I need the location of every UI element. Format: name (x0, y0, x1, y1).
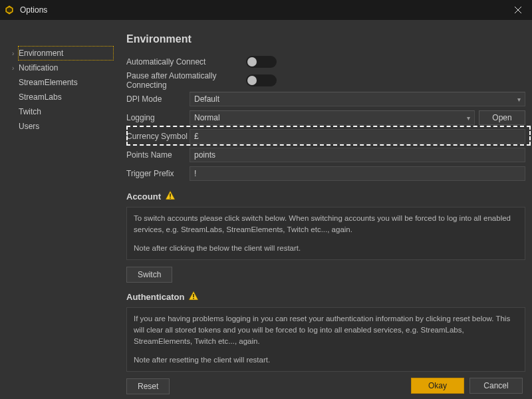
auto-connect-toggle[interactable] (246, 56, 277, 68)
currency-symbol-value: £ (194, 132, 199, 141)
app-icon (4, 5, 15, 15)
authentication-header: Authenticaton (126, 291, 532, 303)
authentication-info: If you are having problems logging in yo… (126, 307, 525, 372)
sidebar-item-streamlabs[interactable]: › StreamLabs (19, 90, 113, 104)
trigger-prefix-value: ! (194, 169, 196, 178)
close-icon (515, 7, 521, 13)
sidebar-item-twitch[interactable]: › Twitch (19, 105, 113, 118)
dpi-mode-label: DPI Mode (126, 94, 190, 104)
trigger-prefix-input[interactable]: ! (190, 166, 525, 181)
account-header: Account (126, 190, 532, 203)
sidebar-item-label: StreamElements (19, 78, 78, 87)
reset-authentication-button[interactable]: Reset (126, 378, 170, 394)
authentication-info-text1: If you are having problems logging in yo… (134, 313, 518, 348)
chevron-right-icon: › (12, 65, 19, 72)
auto-connect-label: Automatically Connect (126, 57, 246, 66)
sidebar-item-streamelements[interactable]: › StreamElements (19, 76, 113, 89)
sidebar-item-label: Environment (19, 49, 63, 58)
currency-symbol-input[interactable]: £ (190, 129, 525, 144)
trigger-prefix-label: Trigger Prefix (126, 169, 190, 178)
sidebar-item-label: Twitch (19, 107, 41, 116)
account-info: To switch accounts please click switch b… (126, 207, 525, 260)
svg-rect-9 (194, 298, 195, 299)
pause-after-toggle[interactable] (246, 74, 277, 86)
sidebar-item-label: StreamLabs (19, 92, 62, 102)
account-info-text1: To switch accounts please click switch b… (134, 213, 518, 236)
window-titlebar: Options (0, 0, 532, 20)
logging-select[interactable]: Normal ▾ (190, 110, 475, 125)
sidebar-item-users[interactable]: › Users (19, 120, 113, 133)
chevron-down-icon: ▾ (467, 114, 470, 122)
dpi-mode-value: Default (194, 94, 219, 104)
svg-rect-6 (170, 198, 171, 199)
pause-after-label: Pause after Automatically Connecting (126, 71, 246, 90)
sidebar-item-label: Notification (19, 63, 58, 72)
svg-rect-8 (194, 294, 195, 297)
account-info-text2: Note after clicking the below the client… (134, 243, 518, 254)
currency-symbol-label: Currency Symbol (126, 132, 190, 141)
sidebar-item-notification[interactable]: › Notification (19, 61, 113, 74)
page-title: Environment (126, 33, 532, 45)
sidebar-item-label: Users (19, 122, 39, 131)
chevron-down-icon: ▾ (517, 96, 521, 103)
svg-rect-5 (170, 194, 171, 197)
window-close-button[interactable] (508, 0, 528, 20)
warning-icon (188, 291, 199, 303)
dpi-mode-select[interactable]: Default ▾ (190, 92, 525, 106)
warning-icon (165, 190, 176, 203)
points-name-value: points (194, 150, 215, 160)
logging-value: Normal (194, 113, 220, 122)
window-title: Options (20, 5, 508, 15)
points-name-label: Points Name (126, 150, 190, 160)
options-sidebar: › Environment › Notification › StreamEle… (0, 20, 120, 372)
chevron-right-icon: › (12, 50, 19, 57)
authentication-info-text2: Note after resetting the client will res… (134, 354, 518, 366)
points-name-input[interactable]: points (190, 148, 525, 162)
options-main-panel: Environment Automatically Connect Pause … (120, 20, 532, 372)
sidebar-item-environment[interactable]: › Environment (19, 47, 113, 60)
logging-open-button[interactable]: Open (479, 110, 525, 125)
switch-account-button[interactable]: Switch (126, 267, 172, 283)
logging-label: Logging (126, 113, 190, 122)
